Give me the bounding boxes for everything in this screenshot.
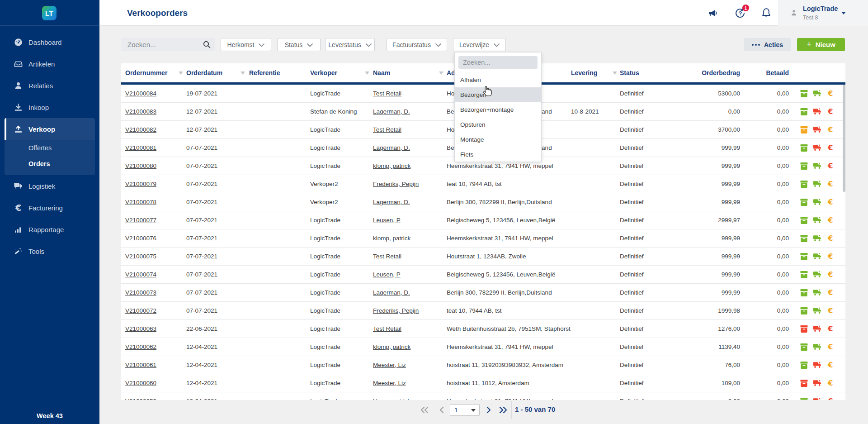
sidebar-item-dashboard[interactable]: Dashboard <box>0 31 99 53</box>
order-date-cell: 07-07-2021 <box>186 284 217 301</box>
customer-name-link[interactable]: Lagerman, D. <box>373 103 410 120</box>
table-scrollbar[interactable] <box>843 85 845 192</box>
dropdown-option-fiets[interactable]: Fiets <box>455 147 541 162</box>
order-number-link[interactable]: V21000072 <box>125 302 156 319</box>
page-select[interactable]: 1 <box>450 404 480 416</box>
sidebar-item-facturering[interactable]: € Facturering <box>0 197 99 219</box>
column-header-betaald[interactable]: Betaald <box>766 63 789 82</box>
next-page-button[interactable] <box>483 404 495 416</box>
column-header-referentie[interactable]: Referentie <box>249 63 280 82</box>
order-number-link[interactable]: V21000079 <box>125 175 156 193</box>
order-number-link[interactable]: V21000074 <box>125 266 156 283</box>
customer-name-link[interactable]: Meester, Liz <box>373 374 406 392</box>
order-number-link[interactable]: V21000076 <box>125 229 156 247</box>
delivery-status-icon <box>813 289 821 296</box>
user-menu[interactable]: LogicTrade Test 8 <box>778 0 868 26</box>
customer-name-link[interactable]: Test Retail <box>373 121 401 138</box>
filter-factuurstatus-button[interactable]: Factuurstatus <box>387 38 447 51</box>
order-number-link[interactable]: V21000082 <box>125 121 156 138</box>
order-number-link[interactable]: V21000075 <box>125 248 156 265</box>
new-button[interactable]: + Nieuw <box>797 38 845 51</box>
sidebar-item-tools[interactable]: Tools <box>0 240 99 262</box>
column-header-orderdatum[interactable]: Orderdatum <box>186 63 222 82</box>
column-header-verkoper[interactable]: Verkoper <box>310 63 337 82</box>
dropdown-option-bezorgen-montage[interactable]: Bezorgen+montage <box>455 102 541 117</box>
logo[interactable]: LT <box>42 6 57 20</box>
dropdown-option-montage[interactable]: Montage <box>455 132 541 147</box>
order-number-link[interactable]: V21000059 <box>125 392 156 400</box>
stock-status-icon <box>800 235 808 242</box>
customer-name-link[interactable]: Lagerman, D. <box>373 193 410 211</box>
actions-label: Acties <box>764 41 783 48</box>
filter-herkomst-button[interactable]: Herkomst <box>221 38 271 51</box>
dropdown-option-bezorgen[interactable]: Bezorgen <box>455 87 541 102</box>
customer-name-link[interactable]: Lagerman, D. <box>373 284 410 301</box>
seller-cell: Verkoper2 <box>310 193 338 211</box>
order-number-link[interactable]: V21000078 <box>125 193 156 211</box>
search-icon[interactable] <box>203 41 211 50</box>
address-cell: Berlijn 300, 782299 II, Berlijn,Duitslan… <box>447 193 552 211</box>
order-number-link[interactable]: V21000081 <box>125 139 156 157</box>
sidebar-item-inkoop[interactable]: Inkoop <box>0 96 99 118</box>
filter-caret-icon[interactable] <box>613 71 617 75</box>
order-number-link[interactable]: V21000060 <box>125 374 156 392</box>
order-number-link[interactable]: V21000061 <box>125 356 156 374</box>
sidebar-item-relaties[interactable]: Relaties <box>0 75 99 96</box>
column-header-levering[interactable]: Levering <box>571 63 597 82</box>
notifications-icon[interactable] <box>760 7 772 19</box>
customer-name-link[interactable]: Leusen, P <box>373 266 401 283</box>
filter-status-button[interactable]: Status <box>277 38 321 51</box>
order-number-link[interactable]: V21000080 <box>125 157 156 175</box>
seller-cell: LogicTrade <box>310 320 340 338</box>
order-number-link[interactable]: V21000084 <box>125 85 156 102</box>
column-header-naam[interactable]: Naam <box>373 63 390 82</box>
customer-name-link[interactable]: klomp, patrick <box>373 157 410 175</box>
announcements-icon[interactable] <box>708 7 719 19</box>
help-badge: 1 <box>742 5 749 11</box>
filter-caret-icon[interactable] <box>365 71 369 75</box>
sidebar-item-logistiek[interactable]: Logistiek <box>0 175 99 197</box>
order-number-link[interactable]: V21000083 <box>125 103 156 120</box>
filter-leverwijze-button[interactable]: Leverwijze <box>453 38 506 51</box>
sidebar-subitem-offertes[interactable]: Offertes <box>5 140 95 156</box>
filter-caret-icon[interactable] <box>439 71 443 75</box>
column-header-orderbedrag[interactable]: Orderbedrag <box>702 63 740 82</box>
delivery-status-icon <box>813 90 821 97</box>
column-header-status[interactable]: Status <box>620 63 639 82</box>
dropdown-option-afhalen[interactable]: Afhalen <box>455 72 541 87</box>
order-number-link[interactable]: V21000063 <box>125 320 156 338</box>
customer-name-link[interactable]: klomp, patrick <box>373 229 410 247</box>
filter-leverstatus-button[interactable]: Leverstatus <box>325 38 375 51</box>
first-page-button[interactable] <box>419 404 430 416</box>
sidebar-subitem-orders[interactable]: Orders <box>5 156 95 172</box>
search-input[interactable] <box>121 38 215 51</box>
customer-name-link[interactable]: Test Retail <box>373 85 401 102</box>
customer-name-link[interactable]: Frederiks, Pepijn <box>373 175 419 193</box>
sidebar-item-artikelen[interactable]: Artikelen <box>0 53 99 75</box>
filter-caret-icon[interactable] <box>179 71 183 75</box>
order-number-link[interactable]: V21000077 <box>125 211 156 229</box>
dropdown-search-input[interactable] <box>458 56 538 69</box>
paid-amount-cell: 0,00 <box>777 157 789 175</box>
dropdown-option-opsturen[interactable]: Opsturen <box>455 117 541 132</box>
customer-name-link[interactable]: Frederiks, Pepijn <box>373 302 419 319</box>
customer-name-link[interactable]: Test Retail <box>373 320 401 338</box>
status-cell: Definitief <box>620 356 644 374</box>
customer-name-link[interactable]: Lagerman, D. <box>373 139 410 157</box>
actions-button[interactable]: Acties <box>744 38 791 51</box>
order-date-cell: 07-07-2021 <box>186 139 217 157</box>
sidebar-item-verkoop[interactable]: Verkoop <box>5 118 95 140</box>
customer-name-link[interactable]: Test Retail <box>373 248 401 265</box>
sidebar-item-rapportage[interactable]: Rapportage <box>0 219 99 240</box>
order-number-link[interactable]: V21000062 <box>125 338 156 356</box>
previous-page-button[interactable] <box>436 404 448 416</box>
customer-name-link[interactable]: Meester, Liz <box>373 356 406 374</box>
filter-caret-icon[interactable] <box>241 71 245 75</box>
last-page-button[interactable] <box>497 404 509 416</box>
customer-name-link[interactable]: klomp, patrick <box>373 392 410 400</box>
order-number-link[interactable]: V21000073 <box>125 284 156 301</box>
customer-name-link[interactable]: klomp, patrick <box>373 338 410 356</box>
customer-name-link[interactable]: Leusen, P <box>373 211 401 229</box>
column-header-ordernummer[interactable]: Ordernummer <box>125 63 167 82</box>
help-icon[interactable]: ? 1 <box>734 7 746 19</box>
